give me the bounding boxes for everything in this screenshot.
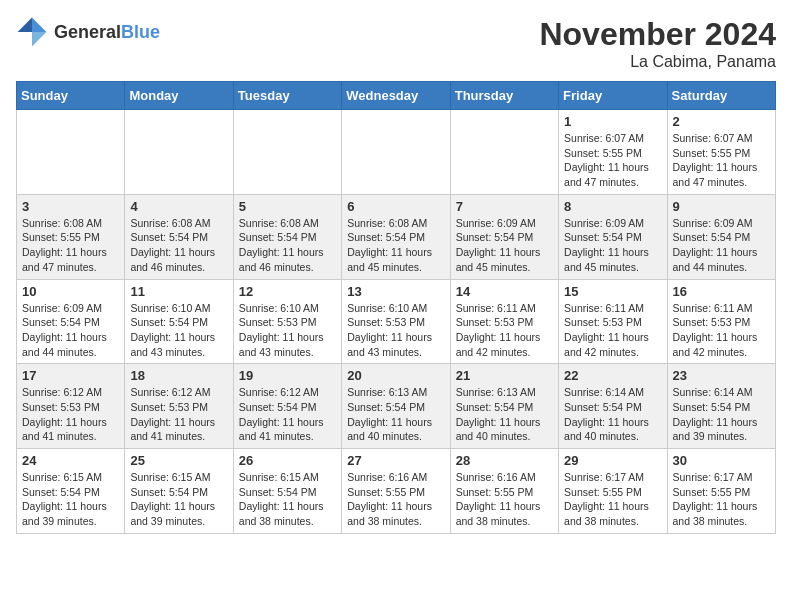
location: La Cabima, Panama [539, 53, 776, 71]
cell-info: Sunrise: 6:08 AM Sunset: 5:54 PM Dayligh… [347, 216, 444, 275]
title-section: November 2024 La Cabima, Panama [539, 16, 776, 71]
day-number: 3 [22, 199, 119, 214]
calendar-cell [233, 110, 341, 195]
day-number: 12 [239, 284, 336, 299]
calendar-week-row: 1Sunrise: 6:07 AM Sunset: 5:55 PM Daylig… [17, 110, 776, 195]
cell-info: Sunrise: 6:07 AM Sunset: 5:55 PM Dayligh… [673, 131, 770, 190]
calendar-cell [17, 110, 125, 195]
page-header: GeneralBlue November 2024 La Cabima, Pan… [16, 16, 776, 71]
day-number: 1 [564, 114, 661, 129]
calendar-week-row: 24Sunrise: 6:15 AM Sunset: 5:54 PM Dayli… [17, 449, 776, 534]
cell-info: Sunrise: 6:11 AM Sunset: 5:53 PM Dayligh… [564, 301, 661, 360]
day-number: 9 [673, 199, 770, 214]
calendar-day-header: Saturday [667, 82, 775, 110]
calendar-cell: 8Sunrise: 6:09 AM Sunset: 5:54 PM Daylig… [559, 194, 667, 279]
calendar-cell: 2Sunrise: 6:07 AM Sunset: 5:55 PM Daylig… [667, 110, 775, 195]
calendar-cell: 4Sunrise: 6:08 AM Sunset: 5:54 PM Daylig… [125, 194, 233, 279]
day-number: 8 [564, 199, 661, 214]
logo: GeneralBlue [16, 16, 160, 48]
cell-info: Sunrise: 6:10 AM Sunset: 5:53 PM Dayligh… [347, 301, 444, 360]
calendar-table: SundayMondayTuesdayWednesdayThursdayFrid… [16, 81, 776, 534]
cell-info: Sunrise: 6:07 AM Sunset: 5:55 PM Dayligh… [564, 131, 661, 190]
day-number: 20 [347, 368, 444, 383]
day-number: 23 [673, 368, 770, 383]
cell-info: Sunrise: 6:13 AM Sunset: 5:54 PM Dayligh… [347, 385, 444, 444]
day-number: 27 [347, 453, 444, 468]
cell-info: Sunrise: 6:09 AM Sunset: 5:54 PM Dayligh… [673, 216, 770, 275]
cell-info: Sunrise: 6:16 AM Sunset: 5:55 PM Dayligh… [347, 470, 444, 529]
calendar-cell: 18Sunrise: 6:12 AM Sunset: 5:53 PM Dayli… [125, 364, 233, 449]
logo-icon [16, 16, 48, 48]
month-title: November 2024 [539, 16, 776, 53]
day-number: 11 [130, 284, 227, 299]
calendar-header-row: SundayMondayTuesdayWednesdayThursdayFrid… [17, 82, 776, 110]
day-number: 10 [22, 284, 119, 299]
day-number: 21 [456, 368, 553, 383]
calendar-cell: 1Sunrise: 6:07 AM Sunset: 5:55 PM Daylig… [559, 110, 667, 195]
calendar-cell: 11Sunrise: 6:10 AM Sunset: 5:54 PM Dayli… [125, 279, 233, 364]
day-number: 24 [22, 453, 119, 468]
cell-info: Sunrise: 6:15 AM Sunset: 5:54 PM Dayligh… [239, 470, 336, 529]
cell-info: Sunrise: 6:15 AM Sunset: 5:54 PM Dayligh… [130, 470, 227, 529]
calendar-cell: 3Sunrise: 6:08 AM Sunset: 5:55 PM Daylig… [17, 194, 125, 279]
day-number: 13 [347, 284, 444, 299]
calendar-cell: 13Sunrise: 6:10 AM Sunset: 5:53 PM Dayli… [342, 279, 450, 364]
calendar-cell: 5Sunrise: 6:08 AM Sunset: 5:54 PM Daylig… [233, 194, 341, 279]
calendar-cell: 12Sunrise: 6:10 AM Sunset: 5:53 PM Dayli… [233, 279, 341, 364]
calendar-cell [125, 110, 233, 195]
cell-info: Sunrise: 6:10 AM Sunset: 5:53 PM Dayligh… [239, 301, 336, 360]
day-number: 2 [673, 114, 770, 129]
calendar-day-header: Wednesday [342, 82, 450, 110]
day-number: 25 [130, 453, 227, 468]
calendar-day-header: Monday [125, 82, 233, 110]
calendar-cell: 19Sunrise: 6:12 AM Sunset: 5:54 PM Dayli… [233, 364, 341, 449]
calendar-cell: 25Sunrise: 6:15 AM Sunset: 5:54 PM Dayli… [125, 449, 233, 534]
day-number: 16 [673, 284, 770, 299]
logo-text-general: General [54, 22, 121, 42]
calendar-day-header: Tuesday [233, 82, 341, 110]
logo-text-blue: Blue [121, 22, 160, 42]
day-number: 22 [564, 368, 661, 383]
calendar-cell: 9Sunrise: 6:09 AM Sunset: 5:54 PM Daylig… [667, 194, 775, 279]
day-number: 6 [347, 199, 444, 214]
calendar-day-header: Friday [559, 82, 667, 110]
calendar-cell: 23Sunrise: 6:14 AM Sunset: 5:54 PM Dayli… [667, 364, 775, 449]
cell-info: Sunrise: 6:15 AM Sunset: 5:54 PM Dayligh… [22, 470, 119, 529]
calendar-cell: 17Sunrise: 6:12 AM Sunset: 5:53 PM Dayli… [17, 364, 125, 449]
cell-info: Sunrise: 6:16 AM Sunset: 5:55 PM Dayligh… [456, 470, 553, 529]
calendar-cell: 26Sunrise: 6:15 AM Sunset: 5:54 PM Dayli… [233, 449, 341, 534]
calendar-cell: 7Sunrise: 6:09 AM Sunset: 5:54 PM Daylig… [450, 194, 558, 279]
cell-info: Sunrise: 6:09 AM Sunset: 5:54 PM Dayligh… [22, 301, 119, 360]
calendar-cell: 29Sunrise: 6:17 AM Sunset: 5:55 PM Dayli… [559, 449, 667, 534]
calendar-cell: 6Sunrise: 6:08 AM Sunset: 5:54 PM Daylig… [342, 194, 450, 279]
calendar-cell: 22Sunrise: 6:14 AM Sunset: 5:54 PM Dayli… [559, 364, 667, 449]
calendar-cell: 24Sunrise: 6:15 AM Sunset: 5:54 PM Dayli… [17, 449, 125, 534]
calendar-cell: 30Sunrise: 6:17 AM Sunset: 5:55 PM Dayli… [667, 449, 775, 534]
calendar-cell: 20Sunrise: 6:13 AM Sunset: 5:54 PM Dayli… [342, 364, 450, 449]
svg-marker-2 [32, 32, 46, 46]
svg-marker-0 [32, 18, 46, 32]
cell-info: Sunrise: 6:12 AM Sunset: 5:53 PM Dayligh… [22, 385, 119, 444]
svg-marker-1 [18, 18, 32, 32]
cell-info: Sunrise: 6:17 AM Sunset: 5:55 PM Dayligh… [673, 470, 770, 529]
cell-info: Sunrise: 6:10 AM Sunset: 5:54 PM Dayligh… [130, 301, 227, 360]
day-number: 28 [456, 453, 553, 468]
day-number: 19 [239, 368, 336, 383]
day-number: 4 [130, 199, 227, 214]
calendar-cell: 21Sunrise: 6:13 AM Sunset: 5:54 PM Dayli… [450, 364, 558, 449]
day-number: 29 [564, 453, 661, 468]
calendar-cell: 16Sunrise: 6:11 AM Sunset: 5:53 PM Dayli… [667, 279, 775, 364]
cell-info: Sunrise: 6:12 AM Sunset: 5:54 PM Dayligh… [239, 385, 336, 444]
calendar-week-row: 10Sunrise: 6:09 AM Sunset: 5:54 PM Dayli… [17, 279, 776, 364]
cell-info: Sunrise: 6:08 AM Sunset: 5:54 PM Dayligh… [130, 216, 227, 275]
cell-info: Sunrise: 6:13 AM Sunset: 5:54 PM Dayligh… [456, 385, 553, 444]
day-number: 18 [130, 368, 227, 383]
calendar-week-row: 3Sunrise: 6:08 AM Sunset: 5:55 PM Daylig… [17, 194, 776, 279]
calendar-cell [450, 110, 558, 195]
calendar-cell: 10Sunrise: 6:09 AM Sunset: 5:54 PM Dayli… [17, 279, 125, 364]
day-number: 15 [564, 284, 661, 299]
calendar-cell: 15Sunrise: 6:11 AM Sunset: 5:53 PM Dayli… [559, 279, 667, 364]
calendar-day-header: Sunday [17, 82, 125, 110]
day-number: 26 [239, 453, 336, 468]
calendar-cell: 14Sunrise: 6:11 AM Sunset: 5:53 PM Dayli… [450, 279, 558, 364]
